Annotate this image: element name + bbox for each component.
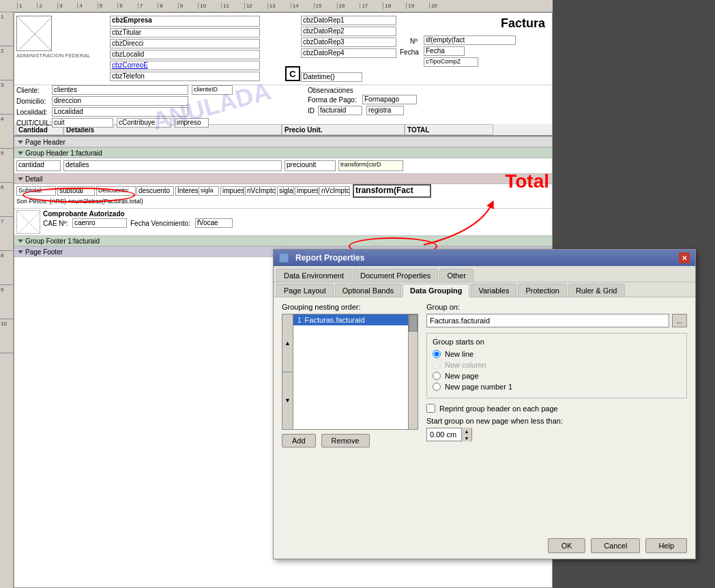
subtotal-val: subtotal	[57, 186, 95, 196]
caenro-field: caenro	[72, 218, 127, 228]
cuit-label: CUIT/CUIL:	[16, 119, 52, 127]
group-on-row: ...	[426, 314, 687, 327]
tab-protection[interactable]: Protection	[518, 284, 567, 297]
fecha-label: Fecha	[400, 48, 419, 56]
group-starts-on-box: Group starts on New line New column New …	[426, 333, 687, 398]
localid-field: cbzLocalid	[110, 50, 260, 59]
add-button[interactable]: Add	[282, 434, 316, 447]
tab-optional-bands[interactable]: Optional Bands	[335, 284, 401, 297]
start-value-input[interactable]	[427, 428, 461, 441]
radio-new-column-label: New column	[445, 361, 486, 369]
dialog-body: Grouping nesting order: ▲ ▼ 1 Facturas.f…	[274, 297, 695, 453]
obs-label: Observaciones	[308, 87, 353, 94]
triangle-icon3	[18, 177, 23, 181]
triangle-icon	[18, 141, 23, 144]
ruler-top: 1 2 3 4 5 6 7 8 9 10 11 12 13 14 15 16 1…	[0, 0, 553, 12]
report-properties-dialog: Report Properties ✕ Data Environment Doc…	[273, 249, 696, 559]
group-header-section: Group Header 1:facturaid cantidad detall…	[14, 147, 552, 173]
group-header-content: cantidad detalles preciounit transform(c…	[14, 158, 552, 173]
registra-field: registra	[366, 106, 404, 115]
domicilio-field: direccion	[52, 96, 188, 106]
contribuye-field: cContribuye	[117, 118, 171, 128]
page-header-content: ADMINISTRACION FEDERAL cbzEmpresa cbzTit…	[14, 13, 552, 85]
grouping-list[interactable]: 1 Facturas.facturaid	[293, 314, 408, 429]
cantidad-field: cantidad	[16, 160, 61, 171]
radio-new-line-input[interactable]	[433, 350, 441, 358]
direcci-field: cbzDirecci	[110, 39, 260, 48]
grouping-list-container: ▲ ▼ 1 Facturas.facturaid	[282, 314, 418, 430]
clienteid-field: clienteID	[192, 85, 233, 95]
preciounit-field: preciounit	[284, 160, 336, 171]
afip-logo	[16, 210, 40, 234]
grouping-list-item[interactable]: 1 Facturas.facturaid	[293, 314, 408, 325]
reprint-label: Reprint group header on each page	[439, 405, 558, 413]
dialog-icon	[279, 253, 289, 263]
group-header-label: Group Header 1:facturaid	[14, 147, 552, 158]
group-on-label: Group on:	[426, 303, 687, 311]
comprobante-label: Comprobante Autorizado	[43, 210, 125, 218]
page-header-section: ADMINISTRACION FEDERAL cbzEmpresa cbzTit…	[14, 13, 552, 147]
tab-ruler-grid[interactable]: Ruler & Grid	[568, 284, 625, 297]
transform-csrd-field: transform(csrD	[338, 160, 403, 171]
descuento-label: Descuento:	[96, 186, 136, 196]
impreso-field: impreso	[175, 118, 209, 128]
fvocae-field: fVocae	[195, 218, 233, 228]
dato4-field: cbzDatoRep4	[301, 48, 396, 58]
son-pesos: Son Pesos: (ARS) +num2letras(Facturas.to…	[16, 198, 276, 205]
radio-new-page-number-input[interactable]	[433, 383, 441, 391]
group-on-input[interactable]	[426, 314, 669, 327]
fecha-field: Fecha	[424, 46, 465, 56]
radio-new-page-input[interactable]	[433, 372, 441, 380]
radio-new-page-number-label: New page number 1	[445, 383, 512, 391]
tab-data-environment[interactable]: Data Environment	[276, 269, 351, 282]
cancel-button[interactable]: Cancel	[591, 538, 640, 553]
detalles-field: detalles	[63, 160, 282, 171]
spinbox-buttons: ▲ ▼	[461, 428, 471, 441]
tab-variables[interactable]: Variables	[471, 284, 516, 297]
start-on-label: Start group on new page when less than:	[426, 417, 687, 425]
formapago-label: Forma de Pago:	[308, 96, 357, 104]
spinbox-down-btn[interactable]: ▼	[462, 435, 471, 441]
titular-field: cbzTitular	[110, 28, 260, 38]
detail-section: Detail Subtotal: subtotal Descuento: des…	[14, 173, 552, 208]
col-preciounit: Precio Unit.	[282, 124, 405, 135]
tab-page-layout[interactable]: Page Layout	[276, 284, 334, 297]
add-remove-row: Add Remove	[282, 434, 418, 447]
ok-button[interactable]: OK	[548, 538, 585, 553]
remove-button[interactable]: Remove	[321, 434, 370, 447]
spinbox-up-btn[interactable]: ▲	[462, 428, 471, 435]
reprint-checkbox[interactable]	[426, 404, 435, 413]
cliente-label: Cliente:	[16, 87, 40, 94]
tab-data-grouping[interactable]: Data Grouping	[403, 284, 469, 297]
page-header-content2: Observaciones Forma de Pago: Formapago I…	[14, 85, 552, 124]
start-value-spinbox: ▲ ▼	[426, 428, 472, 441]
admin-label: ADMINISTRACION FEDERAL	[16, 53, 90, 59]
group-on-browse-btn[interactable]: ...	[672, 314, 687, 327]
list-scrollbar[interactable]	[408, 314, 418, 429]
cliente-field: clientes	[52, 85, 188, 95]
group-footer-label: Group Footer 1:facturaid	[14, 235, 552, 246]
top-tabs-row: Data Environment Document Properties Oth…	[274, 266, 695, 282]
dialog-footer: OK Cancel Help	[548, 538, 687, 553]
grouping-nesting-label: Grouping nesting order:	[282, 303, 418, 311]
detail-label: Detail	[14, 173, 552, 184]
dialog-close-button[interactable]: ✕	[679, 252, 690, 263]
descuento-val: descuento	[136, 186, 174, 196]
move-down-btn[interactable]: ▼	[282, 372, 293, 430]
ruler-left: 1 2 3 4 5 6 7 8 9 10	[0, 12, 14, 588]
radio-new-column: New column	[433, 361, 681, 369]
logo-box	[16, 16, 52, 51]
reprint-row: Reprint group header on each page	[426, 404, 687, 413]
ctipo-field: cTipoCompZ	[424, 57, 478, 67]
item-label: Facturas.facturaid	[305, 316, 365, 324]
dato2-field: cbzDatoRep2	[301, 27, 396, 36]
ncvimpto2-field: nVcImpto	[319, 186, 350, 196]
tab-other[interactable]: Other	[439, 269, 473, 282]
triangle-icon4	[18, 239, 23, 243]
bottom-tabs-row: Page Layout Optional Bands Data Grouping…	[274, 282, 695, 297]
tab-document-properties[interactable]: Document Properties	[353, 269, 438, 282]
help-button[interactable]: Help	[645, 538, 687, 553]
dato3-field: cbzDatoRep3	[301, 38, 396, 47]
transform-fact-field: transform(Fact	[353, 184, 431, 198]
move-up-btn[interactable]: ▲	[282, 314, 293, 372]
